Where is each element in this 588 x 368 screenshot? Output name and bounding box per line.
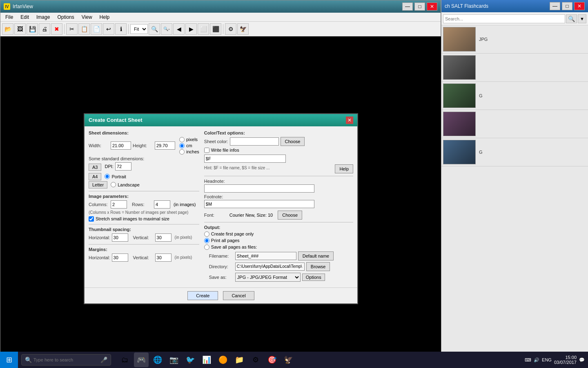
sep2: [128, 24, 129, 34]
rp-search-button[interactable]: 🔍: [566, 14, 577, 23]
stretch-checkbox[interactable]: [89, 216, 94, 222]
maximize-button[interactable]: □: [414, 2, 425, 11]
save-all-radio[interactable]: [204, 245, 209, 250]
choose-color-button[interactable]: Choose: [281, 137, 305, 146]
cm-radio[interactable]: [179, 143, 185, 148]
save-button[interactable]: 💾: [27, 23, 38, 35]
cancel-button[interactable]: Cancel: [223, 291, 254, 300]
taskbar-app-camera[interactable]: 📷: [167, 352, 181, 367]
zoom-out-button[interactable]: 🔍-: [161, 23, 172, 35]
columns-input[interactable]: [111, 200, 127, 209]
taskbar-app-target[interactable]: 🎯: [265, 352, 279, 367]
default-name-button[interactable]: Default name: [298, 251, 334, 260]
filename-label: Filename:: [209, 254, 234, 258]
create-button[interactable]: Create: [187, 291, 218, 300]
filename-input[interactable]: [235, 252, 296, 260]
rp-close[interactable]: ✕: [574, 2, 585, 10]
portrait-radio[interactable]: [105, 174, 110, 179]
rp-search-input[interactable]: [443, 14, 565, 23]
filmstrip-button[interactable]: 🖼: [14, 23, 26, 35]
letter-button[interactable]: Letter: [89, 181, 107, 188]
margins-label: Margins:: [89, 247, 199, 252]
unit-radio-group: pixels cm inches: [179, 137, 199, 155]
thumb-h-input[interactable]: [112, 233, 128, 242]
tray-lang[interactable]: ENG: [542, 357, 552, 362]
footnote-input[interactable]: [204, 200, 314, 208]
tray-notification[interactable]: 💬: [579, 357, 585, 363]
create-first-radio[interactable]: [204, 231, 209, 237]
sheet-color-swatch[interactable]: [230, 137, 279, 146]
margin-unit: (in pixels): [175, 255, 192, 260]
zoom-dropdown[interactable]: Fit: [130, 24, 148, 34]
save-options-button[interactable]: Options: [302, 274, 325, 281]
taskbar-app-folder[interactable]: 📁: [232, 352, 247, 367]
zoom-in-button[interactable]: 🔍: [149, 23, 160, 35]
taskbar-search-input[interactable]: [33, 357, 100, 362]
rows-input[interactable]: [154, 200, 170, 209]
height-input[interactable]: [155, 141, 175, 150]
a4-button[interactable]: A4: [89, 173, 101, 180]
taskbar-app-irfanview[interactable]: 🦅: [281, 352, 296, 367]
copy2-button[interactable]: ⬜: [198, 23, 209, 35]
menu-image[interactable]: Image: [33, 13, 53, 21]
delete-button[interactable]: ✖: [51, 23, 62, 35]
menu-edit[interactable]: Edit: [17, 13, 32, 21]
rp-minimize[interactable]: —: [550, 2, 560, 10]
help-button[interactable]: Help: [335, 164, 353, 173]
taskbar-app-excel[interactable]: 📊: [199, 352, 214, 367]
menu-options[interactable]: Options: [54, 13, 77, 21]
special-button[interactable]: 🦅: [237, 23, 249, 35]
a3-button[interactable]: A3: [89, 164, 101, 171]
write-file-infos-checkbox[interactable]: [204, 148, 209, 153]
print-all-radio[interactable]: [204, 238, 209, 243]
menu-help[interactable]: Help: [96, 13, 113, 21]
cut-button[interactable]: ✂: [66, 23, 78, 35]
taskbar-app-chrome[interactable]: 🌐: [150, 352, 165, 367]
landscape-radio[interactable]: [111, 182, 116, 187]
undo-button[interactable]: ↩: [103, 23, 114, 35]
sheet-dims-label: Sheet dimensions:: [89, 130, 199, 135]
main-window: IV IrfanView — □ ✕ File Edit Image Optio…: [0, 0, 441, 368]
info-button[interactable]: ℹ: [115, 23, 127, 35]
inches-radio[interactable]: [179, 149, 185, 155]
taskbar-app-orange[interactable]: 🟠: [216, 352, 230, 367]
open-button[interactable]: 📂: [2, 23, 13, 35]
tray-keyboard[interactable]: ⌨: [525, 357, 531, 363]
inches-label: inches: [186, 149, 199, 154]
pixels-radio[interactable]: [179, 137, 185, 142]
settings-button[interactable]: ⚙: [225, 23, 236, 35]
paste2-button[interactable]: ⬛: [210, 23, 221, 35]
tray-volume[interactable]: 🔊: [534, 357, 539, 363]
headnote-input[interactable]: [204, 184, 314, 193]
thumb-v-input[interactable]: [155, 233, 172, 242]
right-panel: ch SALT Flashcards — □ ✕ 🔍 ▼ JPG G: [441, 0, 588, 368]
copy-button[interactable]: 📋: [78, 23, 90, 35]
taskbar-app-files[interactable]: 🗂: [118, 352, 132, 367]
taskbar-app-bird[interactable]: 🐦: [183, 352, 198, 367]
browse-button[interactable]: Browse: [306, 262, 330, 271]
choose-font-button[interactable]: Choose: [278, 211, 302, 220]
taskbar-app-settings[interactable]: ⚙: [248, 352, 263, 367]
margin-v-input[interactable]: [155, 254, 172, 262]
print-button[interactable]: 🖨: [39, 23, 50, 35]
paste-button[interactable]: 📄: [91, 23, 102, 35]
forward-button[interactable]: ▶: [185, 23, 197, 35]
dialog-close-button[interactable]: ✕: [346, 117, 353, 124]
file-infos-input[interactable]: [204, 155, 286, 163]
back-button[interactable]: ◀: [173, 23, 185, 35]
margin-h-input[interactable]: [112, 254, 128, 262]
menu-file[interactable]: File: [2, 13, 16, 21]
save-as-select[interactable]: JPG - JPG/JPEG Format PNG - Portable Net…: [235, 273, 301, 282]
taskbar-app-steam[interactable]: 🎮: [134, 352, 149, 367]
rp-dropdown-button[interactable]: ▼: [578, 14, 586, 23]
tray-time[interactable]: 15:00 03/07/2017: [554, 355, 577, 365]
start-button[interactable]: ⊞: [0, 352, 18, 368]
rp-maximize[interactable]: □: [562, 2, 572, 10]
menu-view[interactable]: View: [78, 13, 96, 21]
width-input[interactable]: [111, 141, 131, 150]
directory-input[interactable]: [235, 263, 305, 271]
close-button[interactable]: ✕: [427, 2, 437, 11]
minimize-button[interactable]: —: [402, 2, 413, 11]
dpi-input[interactable]: [115, 162, 131, 171]
taskbar-search-box[interactable]: 🔍 🎤: [21, 354, 111, 366]
